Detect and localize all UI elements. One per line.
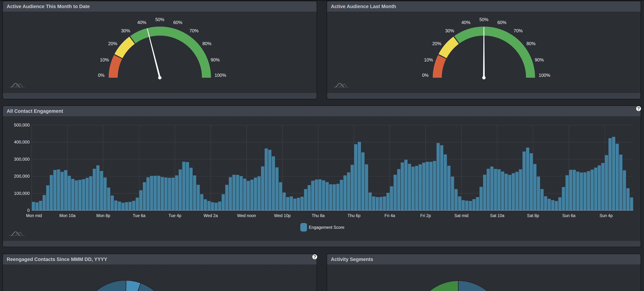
svg-text:500,000: 500,000 bbox=[14, 122, 30, 128]
svg-text:40%: 40% bbox=[137, 20, 146, 25]
svg-text:Thu 8a: Thu 8a bbox=[312, 213, 325, 218]
svg-text:90%: 90% bbox=[535, 57, 544, 62]
svg-text:10%: 10% bbox=[100, 57, 109, 62]
svg-text:Mon mid: Mon mid bbox=[26, 213, 42, 218]
svg-text:400,000: 400,000 bbox=[14, 140, 30, 144]
svg-text:Sun 4p: Sun 4p bbox=[600, 213, 613, 218]
svg-text:20%: 20% bbox=[108, 41, 117, 46]
svg-text:Wed noon: Wed noon bbox=[237, 213, 256, 218]
svg-text:70%: 70% bbox=[190, 28, 198, 33]
svg-text:300,000: 300,000 bbox=[14, 157, 30, 162]
svg-text:10%: 10% bbox=[424, 57, 433, 62]
svg-text:50%: 50% bbox=[155, 17, 164, 22]
svg-text:0: 0 bbox=[27, 208, 30, 213]
svg-text:0%: 0% bbox=[98, 73, 104, 78]
svg-text:60%: 60% bbox=[173, 20, 182, 25]
svg-text:20%: 20% bbox=[432, 41, 441, 46]
svg-text:80%: 80% bbox=[202, 41, 211, 46]
svg-text:Fri 4a: Fri 4a bbox=[384, 213, 395, 218]
svg-text:Wed 10p: Wed 10p bbox=[274, 213, 291, 218]
svg-text:40%: 40% bbox=[462, 20, 470, 25]
svg-text:30%: 30% bbox=[121, 28, 130, 33]
svg-text:?: ? bbox=[637, 106, 640, 111]
svg-text:Wed 2a: Wed 2a bbox=[204, 213, 218, 218]
svg-text:100%: 100% bbox=[539, 73, 550, 78]
svg-text:80%: 80% bbox=[526, 41, 536, 46]
svg-text:0%: 0% bbox=[422, 73, 428, 78]
svg-text:Sun 6a: Sun 6a bbox=[562, 213, 576, 218]
svg-text:100,000: 100,000 bbox=[14, 191, 30, 196]
svg-text:60%: 60% bbox=[497, 20, 506, 25]
svg-text:Thu 6p: Thu 6p bbox=[348, 213, 360, 218]
svg-text:100%: 100% bbox=[214, 73, 226, 78]
svg-text:Engagement Score: Engagement Score bbox=[309, 225, 344, 230]
svg-text:50%: 50% bbox=[479, 17, 488, 22]
svg-text:90%: 90% bbox=[211, 57, 220, 62]
svg-text:Mon 8p: Mon 8p bbox=[96, 213, 110, 218]
svg-text:30%: 30% bbox=[445, 28, 454, 33]
svg-text:?: ? bbox=[313, 254, 316, 260]
svg-text:200,000: 200,000 bbox=[14, 174, 30, 178]
svg-text:Fri 2p: Fri 2p bbox=[420, 213, 431, 218]
svg-text:Tue 6a: Tue 6a bbox=[133, 213, 146, 218]
svg-text:Tue 4p: Tue 4p bbox=[168, 213, 181, 218]
svg-text:Sat 10a: Sat 10a bbox=[490, 213, 504, 218]
svg-text:Mon 10a: Mon 10a bbox=[59, 213, 76, 218]
svg-text:Sat 8p: Sat 8p bbox=[527, 213, 539, 218]
svg-text:70%: 70% bbox=[514, 28, 523, 33]
svg-text:Sat mid: Sat mid bbox=[454, 213, 468, 218]
